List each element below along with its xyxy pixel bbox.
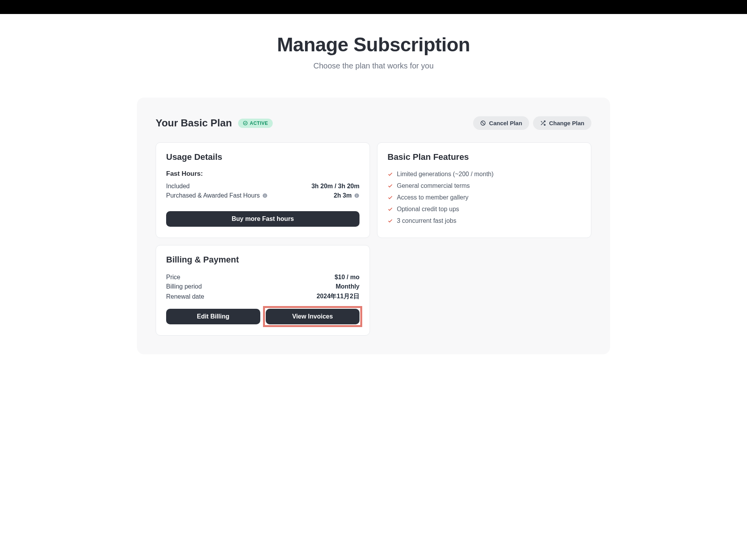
renewal-value: 2024年11月2日 [317,292,359,301]
edit-billing-button[interactable]: Edit Billing [166,309,260,324]
included-value: 3h 20m / 3h 20m [311,183,359,190]
check-icon [388,172,393,177]
feature-item: General commercial terms [388,180,581,192]
feature-text: Optional credit top ups [397,206,459,213]
status-badge: ACTIVE [238,119,273,128]
purchased-row: Purchased & Awarded Fast Hours 2h 3m [166,191,359,200]
billing-title: Billing & Payment [166,255,359,265]
check-icon [388,183,393,189]
check-circle-icon [243,121,248,126]
svg-line-5 [541,121,542,122]
check-icon [388,218,393,224]
cancel-plan-label: Cancel Plan [489,120,522,126]
check-icon [388,195,393,200]
change-plan-label: Change Plan [549,120,584,126]
period-label: Billing period [166,283,202,290]
period-row: Billing period Monthly [166,282,359,291]
cancel-icon [480,120,486,126]
purchased-label: Purchased & Awarded Fast Hours [166,192,260,199]
usage-details-card: Usage Details Fast Hours: Included 3h 20… [156,142,370,238]
svg-point-8 [265,194,265,194]
renewal-row: Renewal date 2024年11月2日 [166,291,359,302]
svg-rect-10 [356,195,357,197]
features-card: Basic Plan Features Limited generations … [377,142,591,238]
price-row: Price $10 / mo [166,273,359,282]
info-icon[interactable] [262,193,268,198]
shuffle-icon [540,120,546,126]
page-subtitle: Choose the plan that works for you [137,61,610,70]
plan-title: Your Basic Plan [156,117,232,129]
highlight-annotation: View Invoices [266,309,360,324]
svg-point-11 [356,194,357,194]
svg-line-2 [482,122,485,125]
features-title: Basic Plan Features [388,152,581,162]
feature-text: Access to member gallery [397,194,468,201]
subscription-panel: Your Basic Plan ACTIVE Cancel Plan [137,98,610,354]
feature-list: Limited generations (~200 / month) Gener… [388,168,581,227]
purchased-value: 2h 3m [334,192,352,199]
price-label: Price [166,274,180,281]
check-icon [388,206,393,212]
period-value: Monthly [336,283,359,290]
price-value: $10 / mo [335,274,359,281]
page-title: Manage Subscription [137,33,610,56]
feature-item: 3 concurrent fast jobs [388,215,581,227]
renewal-label: Renewal date [166,293,204,300]
feature-text: Limited generations (~200 / month) [397,171,494,178]
feature-item: Access to member gallery [388,192,581,203]
info-icon[interactable] [354,193,359,198]
svg-rect-7 [265,195,265,197]
feature-text: 3 concurrent fast jobs [397,217,456,224]
fast-hours-label: Fast Hours: [166,170,359,178]
usage-title: Usage Details [166,152,359,162]
feature-item: Optional credit top ups [388,203,581,215]
feature-item: Limited generations (~200 / month) [388,168,581,180]
included-row: Included 3h 20m / 3h 20m [166,182,359,191]
status-badge-label: ACTIVE [250,121,268,126]
billing-card: Billing & Payment Price $10 / mo Billing… [156,245,370,336]
change-plan-button[interactable]: Change Plan [533,116,591,130]
view-invoices-button[interactable]: View Invoices [266,309,360,324]
included-label: Included [166,183,190,190]
feature-text: General commercial terms [397,182,470,189]
cancel-plan-button[interactable]: Cancel Plan [473,116,529,130]
top-black-bar [0,0,747,14]
buy-more-button[interactable]: Buy more Fast hours [166,211,359,227]
